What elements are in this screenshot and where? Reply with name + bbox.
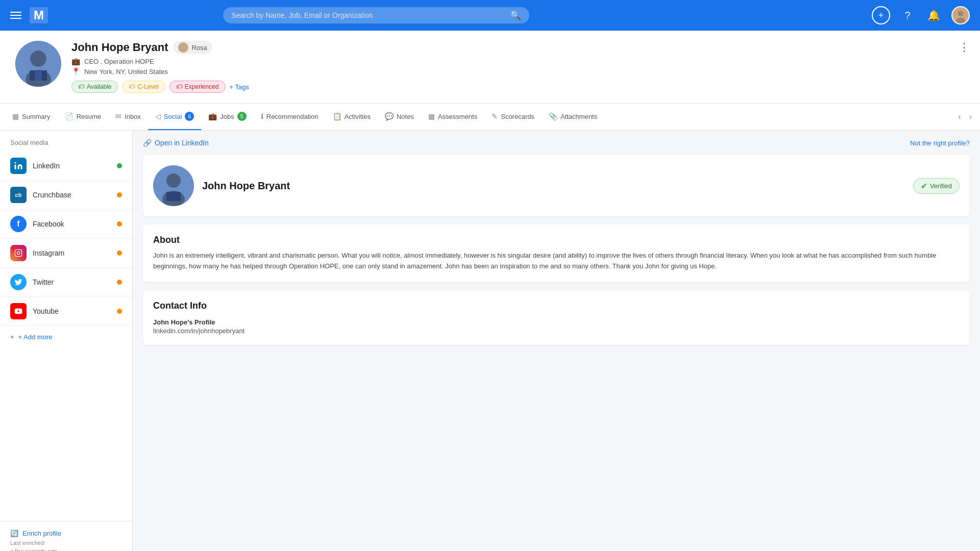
main-content: Social media LinkedIn cb Crunchbase f Fa… — [0, 131, 980, 551]
youtube-label: Youtube — [33, 307, 111, 315]
inbox-icon: ✉ — [115, 112, 121, 120]
tab-attachments-label: Attachments — [560, 113, 597, 120]
avatar-image — [952, 6, 969, 24]
enrich-label: Enrich profile — [22, 530, 61, 537]
tag-experienced[interactable]: 🏷 Experienced — [169, 81, 226, 93]
profile-info: John Hope Bryant Rosa 💼 CEO , Operation … — [71, 41, 965, 93]
attachments-icon: 📎 — [549, 112, 557, 120]
facebook-label: Facebook — [33, 220, 111, 228]
tab-scorecards-label: Scorecards — [501, 113, 534, 120]
app-logo: M — [30, 7, 48, 23]
svg-rect-9 — [15, 249, 21, 256]
tag-experienced-label: Experienced — [185, 83, 219, 90]
twitter-label: Twitter — [33, 278, 111, 286]
linkedin-profile-card: John Hope Bryant ✔ Verified — [143, 155, 970, 216]
resume-icon: 📄 — [65, 112, 74, 120]
tag-experienced-dot: 🏷 — [176, 83, 182, 90]
tab-inbox-label: Inbox — [125, 113, 141, 120]
tab-scorecards[interactable]: ✎ Scorecards — [484, 104, 542, 130]
add-more-label: + Add more — [18, 333, 53, 341]
svg-point-11 — [20, 251, 21, 252]
social-item-facebook[interactable]: f Facebook — [0, 210, 132, 239]
tab-notes[interactable]: 💬 Notes — [378, 104, 421, 130]
tag-clevel[interactable]: 🏷 C-Level — [122, 81, 165, 93]
tab-summary[interactable]: ▦ Summary — [5, 104, 58, 130]
open-linkedin-link[interactable]: 🔗 Open in LinkedIn — [143, 139, 209, 147]
last-enriched-time: a few seconds ago — [10, 548, 57, 551]
social-item-linkedin[interactable]: LinkedIn — [0, 152, 132, 181]
profile-name: John Hope Bryant — [71, 41, 168, 54]
social-item-twitter[interactable]: Twitter — [0, 268, 132, 297]
location: New York, NY, United States — [84, 68, 168, 76]
linkedin-profile-name: John Hope Bryant — [202, 180, 905, 192]
svg-rect-7 — [35, 70, 42, 81]
verified-label: Verified — [930, 182, 952, 190]
hamburger-menu[interactable] — [10, 12, 21, 19]
sidebar-title: Social media — [0, 131, 132, 152]
about-title: About — [153, 235, 960, 245]
svg-point-1 — [958, 11, 964, 16]
nav-right: + ? 🔔 — [872, 6, 970, 24]
linkedin-profile-avatar — [153, 165, 194, 206]
crunchbase-status-dot — [117, 192, 122, 197]
social-item-crunchbase[interactable]: cb Crunchbase — [0, 181, 132, 210]
linkedin-profile-details: John Hope Bryant — [202, 180, 905, 192]
tag-available[interactable]: 🏷 Available — [71, 81, 118, 93]
add-button[interactable]: + — [872, 6, 890, 24]
tab-activities[interactable]: 📋 Activities — [326, 104, 378, 130]
tab-social[interactable]: ◁ Social 6 — [148, 104, 201, 130]
nav-arrows: ‹ › — [955, 110, 975, 123]
tab-attachments[interactable]: 📎 Attachments — [542, 104, 604, 130]
help-button[interactable]: ? — [898, 6, 917, 24]
youtube-icon — [10, 303, 27, 319]
content-panel: 🔗 Open in LinkedIn Not the right profile… — [133, 131, 980, 551]
profile-header: John Hope Bryant Rosa 💼 CEO , Operation … — [0, 31, 980, 104]
svg-point-14 — [166, 173, 181, 188]
tab-inbox[interactable]: ✉ Inbox — [108, 104, 148, 130]
nav-prev-arrow[interactable]: ‹ — [955, 110, 964, 123]
search-bar: 🔍 — [223, 7, 529, 23]
social-item-instagram[interactable]: Instagram — [0, 239, 132, 268]
summary-icon: ▦ — [12, 112, 19, 120]
social-badge: 6 — [185, 112, 194, 121]
tab-activities-label: Activities — [345, 113, 371, 120]
verified-badge: ✔ Verified — [913, 178, 960, 194]
linkedin-icon — [10, 158, 27, 174]
about-text: John is an extremely intelligent, vibran… — [153, 251, 960, 272]
profile-name-row: John Hope Bryant Rosa — [71, 41, 965, 54]
scorecards-icon: ✎ — [492, 112, 498, 120]
tags-row: 🏷 Available 🏷 C-Level 🏷 Experienced + Ta… — [71, 81, 965, 93]
about-card: About John is an extremely intelligent, … — [143, 224, 970, 282]
nav-next-arrow[interactable]: › — [966, 110, 975, 123]
contact-profile-label: John Hope's Profile — [153, 318, 960, 326]
social-sidebar: Social media LinkedIn cb Crunchbase f Fa… — [0, 131, 133, 551]
tab-jobs[interactable]: 💼 Jobs 5 — [201, 104, 253, 130]
add-more-button[interactable]: + + Add more — [0, 326, 132, 348]
svg-rect-16 — [166, 192, 181, 201]
tab-assessments-label: Assessments — [438, 113, 477, 120]
external-link-icon: 🔗 — [143, 139, 152, 147]
tab-recommendation[interactable]: ℹ Recommendation — [254, 104, 326, 130]
tag-available-label: Available — [87, 83, 111, 90]
jobs-icon: 💼 — [208, 112, 217, 120]
twitter-icon — [10, 274, 27, 290]
add-tags-button[interactable]: + Tags — [230, 83, 249, 91]
tab-resume[interactable]: 📄 Resume — [58, 104, 108, 130]
not-right-profile-link[interactable]: Not the right profile? — [910, 139, 970, 147]
social-item-youtube[interactable]: Youtube — [0, 297, 132, 326]
assigned-name: Rosa — [191, 44, 207, 52]
location-row: 📍 New York, NY, United States — [71, 67, 965, 76]
more-options-button[interactable]: ⋮ — [959, 41, 970, 54]
assessments-icon: ▦ — [428, 112, 435, 120]
search-input[interactable] — [231, 7, 505, 23]
location-icon: 📍 — [71, 67, 80, 76]
user-avatar[interactable] — [951, 6, 970, 24]
contact-info-card: Contact Info John Hope's Profile linkedi… — [143, 290, 970, 345]
tag-available-dot: 🏷 — [78, 83, 84, 90]
add-more-icon: + — [10, 333, 14, 341]
jobs-badge: 5 — [237, 112, 247, 121]
enrich-profile-button[interactable]: 🔄 Enrich profile — [10, 530, 122, 537]
tab-assessments[interactable]: ▦ Assessments — [421, 104, 484, 130]
notifications-button[interactable]: 🔔 — [925, 6, 943, 24]
sidebar-footer: 🔄 Enrich profile Last enriched: a few se… — [0, 521, 132, 551]
